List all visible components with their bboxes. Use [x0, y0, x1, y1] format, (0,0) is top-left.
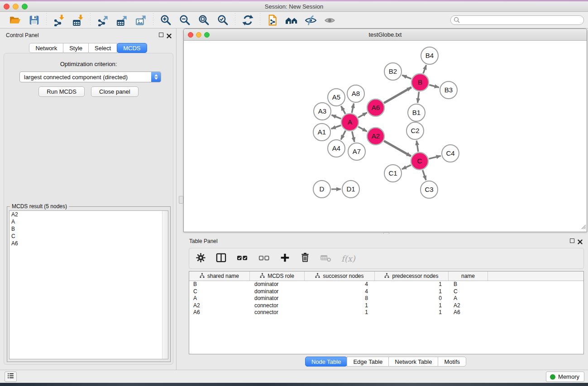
- hide-selected-button[interactable]: [304, 13, 317, 27]
- table-cell[interactable]: A: [189, 295, 250, 302]
- import-table-button[interactable]: [71, 13, 85, 27]
- edge-B-B1[interactable]: [418, 92, 419, 103]
- edge-C-C2[interactable]: [416, 141, 418, 152]
- close-panel-icon[interactable]: [167, 32, 172, 40]
- tab-motifs[interactable]: Motifs: [438, 357, 466, 367]
- export-network-button[interactable]: [96, 13, 110, 27]
- table-cell[interactable]: 1: [305, 302, 375, 310]
- table-cell[interactable]: C: [189, 288, 250, 295]
- column-header-name[interactable]: name: [449, 272, 488, 281]
- mcds-result-list[interactable]: A2ABCA6: [9, 210, 168, 359]
- zoom-selected-button[interactable]: [216, 13, 229, 27]
- table-row[interactable]: Bdominator41B: [189, 281, 583, 288]
- table-cell[interactable]: 1: [375, 288, 449, 295]
- table-cell[interactable]: A: [449, 295, 488, 302]
- edge-C-C4[interactable]: [429, 156, 440, 159]
- table-cell[interactable]: 1: [375, 281, 449, 288]
- show-columns-button[interactable]: [236, 253, 249, 265]
- export-table-button[interactable]: [115, 13, 129, 27]
- table-row[interactable]: Adominator80A: [189, 295, 583, 302]
- tab-node-table[interactable]: Node Table: [305, 357, 348, 367]
- edge-A-A1[interactable]: [331, 125, 341, 129]
- table-cell[interactable]: dominator: [250, 281, 305, 288]
- column-header-successor-nodes[interactable]: successor nodes: [305, 272, 375, 281]
- new-network-from-selection-button[interactable]: [266, 13, 279, 27]
- tab-network[interactable]: Network: [29, 43, 63, 53]
- mcds-result-item[interactable]: B: [10, 225, 168, 233]
- search-input[interactable]: [450, 15, 584, 25]
- tab-edge-table[interactable]: Edge Table: [347, 357, 389, 367]
- edge-B-B3[interactable]: [429, 85, 439, 87]
- table-cell[interactable]: dominator: [250, 295, 305, 302]
- result-list-scrollbar[interactable]: [162, 211, 168, 359]
- first-neighbors-button[interactable]: [285, 13, 298, 27]
- table-cell[interactable]: connector: [250, 302, 305, 310]
- edge-A-A2[interactable]: [358, 127, 367, 131]
- tab-mcds[interactable]: MCDS: [117, 43, 147, 53]
- import-network-button[interactable]: [52, 13, 66, 27]
- column-header-MCDS-role[interactable]: MCDS role: [250, 272, 305, 281]
- table-cell[interactable]: 1: [305, 309, 375, 316]
- save-session-button[interactable]: [27, 13, 41, 27]
- table-cell[interactable]: A2: [449, 302, 488, 310]
- criterion-dropdown[interactable]: largest connected component (directed): [19, 71, 161, 82]
- edge-A-A3[interactable]: [331, 115, 341, 119]
- edge-A-A5[interactable]: [341, 106, 345, 114]
- node-table[interactable]: shared nameMCDS rolesuccessor nodesprede…: [189, 271, 584, 354]
- show-all-button[interactable]: [323, 13, 336, 27]
- table-cell[interactable]: connector: [250, 309, 305, 316]
- table-cell[interactable]: B: [449, 281, 488, 288]
- edge-A-A7[interactable]: [352, 131, 354, 142]
- mcds-result-item[interactable]: A: [10, 218, 168, 225]
- table-cell[interactable]: B: [189, 281, 250, 288]
- delete-table-button[interactable]: [320, 253, 332, 265]
- column-header-predecessor-nodes[interactable]: predecessor nodes: [375, 272, 449, 281]
- run-mcds-button[interactable]: Run MCDS: [38, 86, 85, 97]
- table-settings-button[interactable]: [196, 253, 206, 265]
- table-cell[interactable]: 8: [305, 295, 375, 302]
- zoom-fit-button[interactable]: [197, 13, 210, 27]
- table-cell[interactable]: 1: [375, 302, 449, 310]
- edge-A-A8[interactable]: [352, 104, 354, 113]
- close-table-panel-icon[interactable]: [578, 238, 583, 246]
- edge-A-A6[interactable]: [358, 113, 367, 118]
- table-cell[interactable]: A6: [189, 309, 250, 316]
- mcds-result-item[interactable]: C: [10, 233, 168, 240]
- table-cell[interactable]: 4: [305, 288, 375, 295]
- network-canvas[interactable]: AA1A2A3A4A5A6A7A8BB1B2B3B4CC1C2C3C4DD1: [184, 41, 587, 232]
- network-graph[interactable]: AA1A2A3A4A5A6A7A8BB1B2B3B4CC1C2C3C4DD1: [184, 41, 587, 232]
- task-history-button[interactable]: [5, 372, 17, 382]
- export-image-button[interactable]: [134, 13, 148, 27]
- tab-style[interactable]: Style: [63, 43, 89, 53]
- edge-A6-B[interactable]: [384, 87, 411, 103]
- refresh-button[interactable]: [241, 13, 254, 27]
- hide-columns-button[interactable]: [258, 253, 270, 265]
- edge-C-C3[interactable]: [423, 170, 426, 180]
- column-layout-button[interactable]: [215, 253, 227, 265]
- network-window-titlebar[interactable]: testGlobe.txt: [184, 29, 587, 41]
- float-table-panel-icon[interactable]: [570, 238, 574, 243]
- zoom-out-button[interactable]: [178, 13, 191, 27]
- resize-grip-icon[interactable]: [580, 223, 586, 231]
- function-builder-button[interactable]: f(x): [341, 254, 355, 263]
- edge-C-C1[interactable]: [402, 165, 411, 169]
- open-session-button[interactable]: [8, 13, 22, 27]
- mcds-result-item[interactable]: A6: [10, 240, 168, 247]
- tab-select[interactable]: Select: [88, 43, 117, 53]
- edge-A-A4[interactable]: [341, 131, 345, 140]
- table-row[interactable]: A2connector11A2: [189, 302, 583, 310]
- table-cell[interactable]: dominator: [250, 288, 305, 295]
- table-cell[interactable]: C: [449, 288, 488, 295]
- table-cell[interactable]: A2: [189, 302, 250, 310]
- edge-B-B2[interactable]: [402, 75, 411, 79]
- tab-network-table[interactable]: Network Table: [388, 357, 438, 367]
- create-column-button[interactable]: [280, 253, 290, 265]
- column-header-shared-name[interactable]: shared name: [189, 272, 250, 281]
- vertical-divider-handle[interactable]: [179, 196, 183, 204]
- close-panel-button[interactable]: Close panel: [91, 86, 139, 97]
- table-cell[interactable]: 0: [375, 295, 449, 302]
- table-row[interactable]: Cdominator41C: [189, 288, 583, 295]
- edge-B-B4[interactable]: [423, 65, 426, 73]
- zoom-in-button[interactable]: [159, 13, 172, 27]
- mcds-result-item[interactable]: A2: [10, 211, 168, 218]
